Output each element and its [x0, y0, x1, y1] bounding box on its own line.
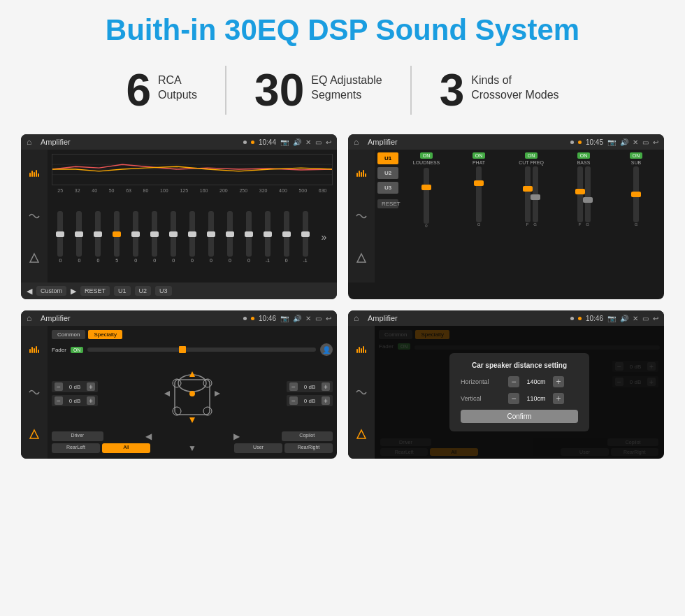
fr-plus[interactable]: + — [322, 382, 330, 391]
sub-thumb[interactable] — [631, 192, 641, 197]
svg-rect-19 — [38, 350, 39, 353]
arrow-down[interactable]: ▼ — [152, 443, 232, 453]
fader-toggle[interactable]: ON — [71, 347, 84, 353]
slider-track-6[interactable] — [171, 211, 176, 257]
loudness-toggle[interactable]: ON — [420, 152, 433, 159]
fl-plus[interactable]: + — [87, 382, 95, 391]
horizontal-label: Horizontal — [461, 378, 503, 385]
u3-btn[interactable]: U3 — [155, 286, 172, 296]
arrow-right[interactable]: ▶ — [194, 431, 280, 441]
cutfreq-thumb-f[interactable] — [523, 186, 533, 192]
db-ctrl-fr: − 0 dB + — [287, 381, 333, 392]
fader-slider[interactable] — [87, 348, 316, 352]
cross-icon-3[interactable] — [354, 250, 369, 266]
slider-track-1[interactable] — [76, 211, 82, 257]
cross-icon-2[interactable] — [354, 208, 369, 224]
slider-track-3[interactable] — [114, 211, 120, 257]
cross-icon-1[interactable] — [354, 167, 369, 182]
sub-toggle[interactable]: ON — [630, 152, 643, 159]
slider-track-4[interactable] — [133, 211, 138, 257]
prev-btn[interactable]: ◀ — [27, 287, 32, 296]
eq-icon-3[interactable] — [27, 250, 42, 266]
horizontal-value: 140cm — [522, 378, 550, 385]
tab-common[interactable]: Common — [52, 330, 85, 339]
vertical-minus[interactable]: − — [508, 393, 519, 404]
preset-u1[interactable]: U1 — [377, 152, 398, 164]
slider-track-7[interactable] — [189, 211, 195, 257]
rl-minus[interactable]: − — [55, 396, 63, 405]
preset-u3[interactable]: U3 — [377, 182, 398, 194]
slider-track-9[interactable] — [227, 211, 233, 257]
slider-track-12[interactable] — [284, 211, 289, 257]
slider-track-2[interactable] — [95, 211, 101, 257]
rl-plus[interactable]: + — [87, 396, 95, 405]
vertical-ctrl: − 110cm + — [508, 393, 564, 404]
btn-rearright[interactable]: RearRight — [284, 443, 333, 453]
slider-track-13[interactable] — [303, 211, 308, 257]
rr-plus[interactable]: + — [322, 396, 330, 405]
u1-btn[interactable]: U1 — [114, 286, 131, 296]
cutfreq-toggle[interactable]: ON — [525, 152, 538, 159]
status-dot-8 — [578, 317, 582, 320]
tab-specialty[interactable]: Specialty — [88, 330, 122, 339]
camera-icon-2: 📷 — [607, 138, 616, 146]
screen-crossover-card: ⌂ Amplifier 10:45 📷 🔊 ✕ ▭ ↩ — [348, 134, 664, 299]
preset-u2[interactable]: U2 — [377, 167, 398, 179]
horizontal-minus[interactable]: − — [508, 376, 519, 387]
eq-main-area: 25 32 40 50 63 80 100 125 160 200 250 32… — [48, 150, 337, 282]
dialog-horizontal-row: Horizontal − 140cm + — [461, 376, 578, 387]
home-icon-3: ⌂ — [27, 313, 36, 323]
slider-track-5[interactable] — [152, 211, 157, 257]
sp-icon-1[interactable] — [27, 343, 42, 359]
u2-btn[interactable]: U2 — [135, 286, 152, 296]
rr-minus[interactable]: − — [289, 396, 298, 405]
cross-reset[interactable]: RESET — [377, 199, 398, 208]
slider-thumb-3 — [113, 231, 121, 237]
eq-icon-1[interactable] — [27, 167, 42, 182]
phat-toggle[interactable]: ON — [473, 152, 486, 159]
status-title-1: Amplifier — [41, 138, 239, 146]
left-db-controls: − 0 dB + − 0 dB + — [52, 381, 98, 406]
bass-toggle[interactable]: ON — [577, 152, 591, 159]
back-icon-3: ↩ — [326, 315, 331, 322]
btn-copilot[interactable]: Copilot — [282, 431, 333, 441]
fl-minus[interactable]: − — [55, 382, 63, 391]
rr-value: 0 dB — [300, 398, 319, 404]
horizontal-plus[interactable]: + — [553, 376, 564, 387]
freq-250: 250 — [239, 188, 247, 193]
slider-track-11[interactable] — [265, 211, 271, 257]
eq-arrows[interactable]: » — [322, 231, 327, 243]
features-row: 6 RCA Outputs 30 EQ Adjustable Segments … — [21, 66, 664, 115]
loudness-slider: 0 — [424, 168, 429, 228]
btn-rearleft[interactable]: RearLeft — [52, 443, 100, 453]
eq-icon-2[interactable] — [27, 208, 42, 224]
user-icon[interactable]: 👤 — [320, 343, 333, 356]
fr-value: 0 dB — [300, 384, 319, 390]
fr-minus[interactable]: − — [289, 382, 298, 391]
bass-thumb-g[interactable] — [583, 197, 593, 203]
slider-track-8[interactable] — [208, 211, 214, 257]
btn-driver[interactable]: Driver — [52, 431, 103, 441]
dlg-icon-2[interactable] — [354, 385, 369, 400]
slider-track-10[interactable] — [246, 211, 252, 257]
cutfreq-thumb-g[interactable] — [531, 194, 540, 200]
freq-80: 80 — [143, 188, 149, 193]
sp-icon-2[interactable] — [27, 385, 42, 400]
db-ctrl-rr: − 0 dB + — [287, 395, 333, 406]
phat-thumb[interactable] — [474, 180, 484, 186]
bass-thumb-f[interactable] — [575, 189, 585, 194]
vertical-plus[interactable]: + — [553, 393, 564, 404]
dlg-icon-3[interactable] — [354, 427, 369, 442]
status-bar-4: ⌂ Amplifier 10:46 📷 🔊 ✕ ▭ ↩ — [348, 310, 664, 326]
home-icon-4: ⌂ — [354, 313, 363, 323]
reset-btn[interactable]: RESET — [80, 286, 110, 296]
arrow-left[interactable]: ◀ — [106, 431, 192, 441]
slider-track-0[interactable] — [57, 211, 63, 257]
btn-user[interactable]: User — [234, 443, 282, 453]
confirm-button[interactable]: Confirm — [461, 410, 578, 423]
dlg-icon-1[interactable] — [354, 343, 369, 359]
loudness-thumb[interactable] — [421, 185, 431, 190]
next-btn[interactable]: ▶ — [71, 287, 76, 296]
sp-icon-3[interactable] — [27, 427, 42, 442]
btn-all[interactable]: All — [102, 443, 150, 453]
